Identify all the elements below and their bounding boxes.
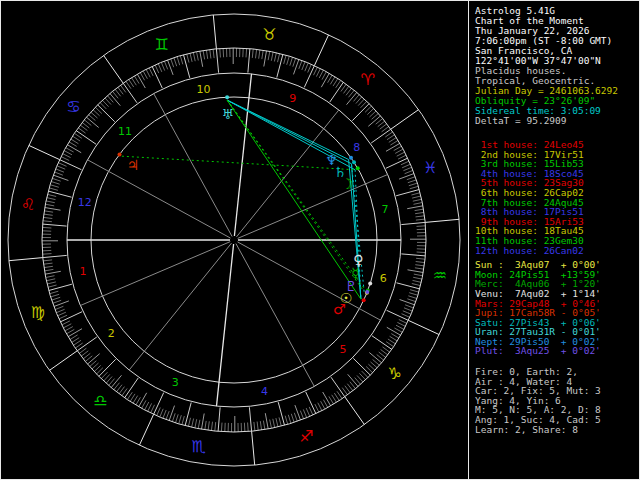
degree-tick <box>371 129 391 143</box>
degree-tick <box>396 325 404 329</box>
degree-tick <box>323 392 331 406</box>
degree-tick <box>305 63 308 71</box>
degree-tick <box>61 157 69 161</box>
degree-tick <box>252 49 253 58</box>
degree-tick <box>414 274 423 276</box>
planet-dot-satu <box>352 160 356 164</box>
degree-tick <box>182 416 184 425</box>
degree-tick <box>193 52 195 61</box>
house-number-5: 5 <box>339 343 346 356</box>
house-number-1: 1 <box>80 265 87 278</box>
degree-tick <box>396 190 419 196</box>
degree-tick <box>322 72 326 80</box>
planet-glyph-uran: ♅ <box>222 106 235 122</box>
degree-tick <box>415 209 424 211</box>
degree-tick <box>43 221 52 222</box>
degree-tick <box>291 414 294 423</box>
degree-tick <box>308 64 312 72</box>
degree-tick <box>287 56 290 65</box>
degree-tick <box>174 58 177 66</box>
house-number-11: 11 <box>118 125 132 138</box>
degree-tick <box>176 414 179 423</box>
degree-tick <box>51 182 60 185</box>
degree-tick <box>51 294 60 297</box>
degree-tick <box>48 285 57 287</box>
degree-tick <box>416 216 425 217</box>
degree-tick <box>56 309 64 312</box>
sign-glyph-cancer: ♋ <box>66 97 80 116</box>
degree-tick <box>387 327 401 335</box>
planet-glyph-nept: ♆ <box>325 152 338 168</box>
degree-tick <box>148 403 152 411</box>
degree-tick <box>402 164 410 168</box>
house-number-8: 8 <box>353 141 360 154</box>
degree-tick <box>143 71 147 79</box>
degree-tick <box>410 186 419 189</box>
sign-glyph-aries: ♈ <box>360 70 374 89</box>
sign-boundary <box>408 320 439 334</box>
aspect-line-jupi-moon <box>122 156 355 170</box>
house-cusp-3 <box>129 243 231 370</box>
aspect-line-uran-merc <box>227 100 365 289</box>
degree-tick <box>52 178 61 181</box>
degree-tick <box>397 152 405 156</box>
degree-tick <box>249 407 251 431</box>
degree-tick <box>187 54 189 63</box>
sign-boundary <box>391 110 419 130</box>
degree-tick <box>200 51 203 67</box>
degree-tick <box>140 73 144 81</box>
degree-tick <box>48 194 57 196</box>
sign-boundary <box>29 145 60 159</box>
house-number-3: 3 <box>172 376 179 389</box>
degree-tick <box>417 252 426 253</box>
degree-tick <box>330 82 344 102</box>
degree-tick <box>139 393 147 407</box>
degree-tick <box>413 280 422 282</box>
planet-glyph-mars: ♂ <box>333 301 346 317</box>
degree-tick <box>180 56 183 65</box>
sign-glyph-virgo: ♍ <box>31 303 45 322</box>
degree-tick <box>161 62 164 70</box>
tally-line-7: Learn: 2, Share: 8 <box>475 425 639 435</box>
degree-tick <box>408 296 417 299</box>
degree-tick <box>158 64 162 72</box>
degree-tick <box>64 151 72 155</box>
planet-dot-jupi <box>118 152 122 156</box>
degree-tick <box>213 49 214 58</box>
degree-tick <box>142 400 146 408</box>
degree-tick <box>260 421 261 430</box>
degree-tick <box>192 419 194 428</box>
degree-tick <box>44 211 53 212</box>
degree-tick <box>43 260 52 261</box>
degree-tick <box>68 329 82 337</box>
degree-tick <box>215 422 216 431</box>
house-number-12: 12 <box>78 196 92 209</box>
sign-glyph-leo: ♌ <box>21 195 35 214</box>
degree-tick <box>66 148 74 152</box>
degree-tick <box>386 143 400 151</box>
degree-tick <box>294 413 297 422</box>
house-number-4: 4 <box>261 385 268 398</box>
degree-tick <box>404 308 412 311</box>
degree-tick <box>277 54 283 77</box>
degree-tick <box>223 48 224 57</box>
house-number-6: 6 <box>380 272 387 285</box>
planet-dot-venu <box>368 282 372 286</box>
degree-tick <box>57 166 65 169</box>
degree-tick <box>49 188 58 190</box>
degree-tick <box>417 229 426 230</box>
degree-tick <box>216 49 218 73</box>
degree-tick <box>65 327 73 331</box>
degree-tick <box>321 73 329 87</box>
degree-tick <box>397 322 405 326</box>
degree-tick <box>416 219 425 220</box>
degree-tick <box>99 359 116 376</box>
degree-tick <box>63 324 71 328</box>
degree-tick <box>149 68 153 76</box>
degree-tick <box>403 311 411 314</box>
degree-tick <box>372 336 392 350</box>
degree-tick <box>303 409 306 417</box>
degree-tick <box>62 321 70 325</box>
degree-tick <box>46 276 55 278</box>
house-cusp-11 <box>154 94 232 237</box>
